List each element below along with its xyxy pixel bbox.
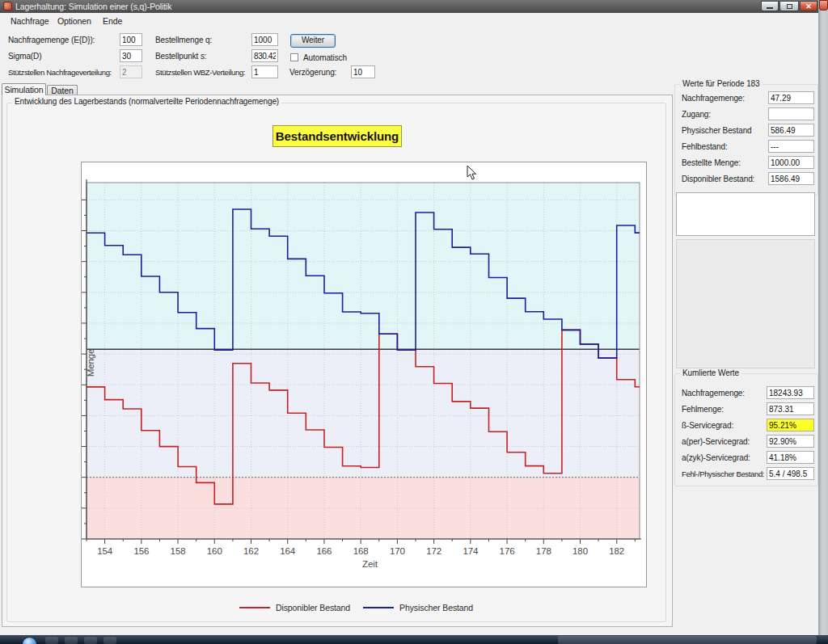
screen: Lagerhaltung: Simulation einer (s,q)-Pol… bbox=[0, 0, 828, 644]
cumulative-label-fehl-physischer: Fehl-/Physischer Bestand: bbox=[682, 469, 764, 478]
svg-text:180: 180 bbox=[572, 546, 588, 556]
minimize-button[interactable] bbox=[761, 1, 779, 11]
cumulative-label-fehlmenge: Fehlmenge: bbox=[682, 405, 724, 414]
svg-text:154: 154 bbox=[97, 546, 113, 556]
svg-text:176: 176 bbox=[500, 546, 515, 556]
chart-zone bbox=[87, 183, 640, 349]
maximize-icon bbox=[787, 4, 792, 9]
cumulative-label-beta-servicegrad: ß-Servicegrad: bbox=[682, 421, 733, 430]
period-label-disponibler-bestand: Disponibler Bestand: bbox=[682, 175, 754, 183]
period-value-fehlbestand[interactable] bbox=[768, 140, 814, 153]
window-title: Lagerhaltung: Simulation einer (s,q)-Pol… bbox=[15, 2, 171, 11]
cumulative-value-azyk-servicegrad[interactable] bbox=[767, 451, 814, 464]
window-titlebar: Lagerhaltung: Simulation einer (s,q)-Pol… bbox=[0, 0, 818, 13]
period-value-zugang[interactable] bbox=[768, 107, 814, 120]
menu-item-nachfrage[interactable]: Nachfrage bbox=[8, 15, 52, 27]
period-value-bestellte-menge[interactable] bbox=[768, 156, 814, 169]
x-axis-title: Zeit bbox=[362, 559, 378, 569]
chart-title-badge: Bestandsentwicklung bbox=[272, 125, 402, 147]
svg-text:168: 168 bbox=[353, 546, 369, 556]
legend-label-disponibler: Disponibler Bestand bbox=[276, 603, 350, 612]
maximize-button[interactable] bbox=[779, 1, 799, 11]
menu-bar: Nachfrage Optionen Ende bbox=[0, 13, 818, 28]
period-value-physischer-bestand[interactable] bbox=[768, 124, 814, 137]
svg-text:158: 158 bbox=[171, 546, 186, 556]
svg-text:174: 174 bbox=[463, 546, 479, 556]
taskbar-window-button[interactable] bbox=[558, 636, 817, 644]
svg-text:164: 164 bbox=[280, 546, 296, 556]
cumulative-value-aper-servicegrad[interactable] bbox=[767, 435, 814, 448]
svg-text:182: 182 bbox=[609, 546, 624, 556]
taskbar-icon[interactable] bbox=[104, 637, 116, 644]
chart-legend: Disponibler Bestand Physischer Bestand bbox=[239, 603, 473, 612]
input-bestellmenge[interactable] bbox=[251, 33, 278, 46]
taskbar-icon[interactable] bbox=[84, 637, 97, 644]
input-verzoegerung[interactable] bbox=[351, 65, 375, 78]
cumulative-value-beta-servicegrad[interactable] bbox=[767, 419, 814, 431]
label-bestellpunkt: Bestellpunkt s: bbox=[155, 52, 207, 61]
legend-label-physischer: Physischer Bestand bbox=[399, 603, 473, 612]
label-stuetzstellen-wbz: Stützstellen WBZ-Verteilung: bbox=[155, 68, 245, 77]
input-sigma[interactable] bbox=[120, 49, 142, 62]
period-label-physischer-bestand: Physischer Bestand bbox=[682, 126, 752, 135]
background-close-button-fragment bbox=[819, 0, 828, 11]
svg-text:166: 166 bbox=[317, 546, 332, 556]
cumulative-panel-title: Kumlierte Werte bbox=[680, 368, 741, 377]
svg-text:172: 172 bbox=[426, 546, 441, 556]
period-value-disponibler-bestand[interactable] bbox=[768, 172, 814, 185]
close-icon: ✕ bbox=[805, 2, 811, 11]
label-nachfragemenge: Nachfragemenge (E{D}): bbox=[8, 36, 95, 44]
input-nachfragemenge[interactable] bbox=[120, 33, 142, 46]
legend-swatch-physischer bbox=[363, 607, 394, 608]
period-label-nachfragemenge: Nachfragemenge: bbox=[682, 94, 745, 103]
svg-text:178: 178 bbox=[536, 546, 551, 556]
input-stuetzstellen-wbz[interactable] bbox=[251, 65, 278, 78]
y-axis-title: Menge bbox=[86, 349, 95, 377]
cumulative-label-azyk-servicegrad: a(zyk)-Servicegrad: bbox=[682, 453, 750, 462]
cumulative-value-fehl-physischer[interactable] bbox=[767, 467, 814, 480]
period-panel-title: Werte für Periode 183 bbox=[680, 79, 763, 88]
close-button[interactable]: ✕ bbox=[800, 1, 817, 11]
period-value-nachfragemenge[interactable] bbox=[768, 91, 814, 104]
input-bestellpunkt[interactable] bbox=[251, 49, 278, 62]
period-label-fehlbestand: Fehlbestand: bbox=[682, 142, 728, 151]
label-automatisch: Automatisch bbox=[303, 53, 347, 62]
taskbar-icon[interactable] bbox=[45, 637, 58, 644]
cumulative-label-nachfragemenge: Nachfragemenge: bbox=[682, 389, 745, 398]
minimize-icon bbox=[767, 7, 773, 9]
chart-zone bbox=[87, 349, 640, 477]
cumulative-value-fehlmenge[interactable] bbox=[767, 402, 814, 415]
svg-text:156: 156 bbox=[133, 546, 149, 556]
message-listbox[interactable] bbox=[676, 192, 815, 236]
weiter-button[interactable]: Weiter bbox=[290, 34, 336, 48]
input-stuetzstellen-nachfrage bbox=[120, 65, 142, 78]
mouse-cursor bbox=[467, 166, 478, 181]
desktop-edge-strip bbox=[818, 0, 828, 635]
period-label-zugang: Zugang: bbox=[682, 110, 711, 119]
svg-text:160: 160 bbox=[207, 546, 222, 556]
label-verzoegerung: Verzögerung: bbox=[289, 68, 336, 77]
chart-groupbox-title: Entwicklung des Lagerbestands (normalver… bbox=[12, 97, 281, 106]
tab-simulation[interactable]: Simulation bbox=[2, 83, 46, 95]
cumulative-value-nachfragemenge[interactable] bbox=[767, 386, 814, 399]
automatisch-checkbox[interactable] bbox=[290, 53, 298, 61]
chart-svg: -400-20002004006008001000120014001600180… bbox=[82, 162, 646, 587]
right-panel-placeholder bbox=[676, 239, 815, 368]
chart-panel: -400-20002004006008001000120014001600180… bbox=[81, 162, 647, 587]
label-bestellmenge: Bestellmenge q: bbox=[155, 36, 212, 44]
period-label-bestellte-menge: Bestellte Menge: bbox=[682, 158, 741, 167]
menu-item-ende[interactable]: Ende bbox=[100, 15, 125, 27]
label-sigma: Sigma(D) bbox=[8, 52, 41, 61]
app-icon bbox=[3, 2, 12, 11]
legend-swatch-disponibler bbox=[239, 607, 270, 608]
label-stuetzstellen-nachfrage: Stützstellen Nachfrageverteilung: bbox=[8, 68, 112, 77]
menu-item-optionen[interactable]: Optionen bbox=[55, 15, 94, 27]
svg-text:170: 170 bbox=[390, 546, 405, 556]
svg-text:162: 162 bbox=[243, 546, 259, 556]
cumulative-label-aper-servicegrad: a(per)-Servicegrad: bbox=[682, 437, 750, 446]
taskbar-icon[interactable] bbox=[65, 637, 78, 644]
